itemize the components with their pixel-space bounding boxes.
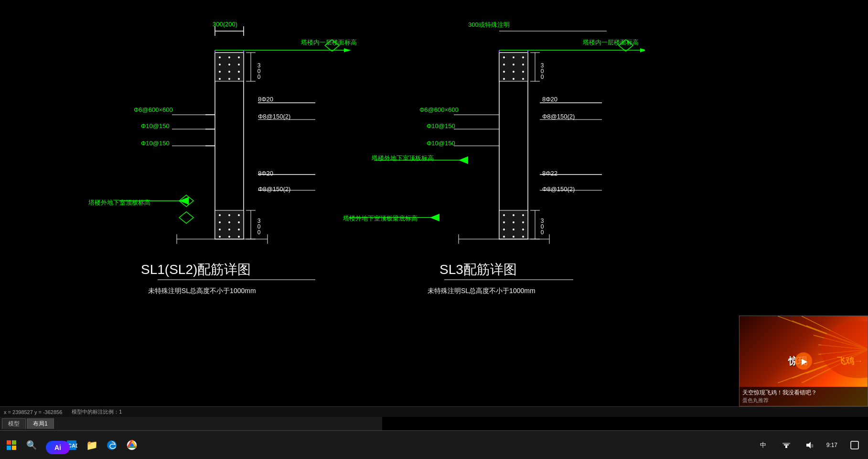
lang-text: 中 bbox=[760, 441, 766, 449]
video-info: 天空惊现飞鸡！我没看错吧？ 蛋色丸推荐 bbox=[739, 387, 868, 406]
svg-rect-132 bbox=[785, 446, 787, 448]
svg-point-65 bbox=[513, 71, 514, 73]
rebar4-left: Φ8@150(2) bbox=[258, 186, 290, 193]
volume-icon[interactable]: )) bbox=[801, 437, 818, 454]
svg-point-64 bbox=[503, 71, 505, 73]
dim-300-bot-right: 300 bbox=[539, 218, 546, 235]
rebar2-right: Φ8@150(2) bbox=[542, 113, 575, 120]
clock-time: 9:17 bbox=[826, 442, 837, 448]
search-button[interactable]: 🔍 bbox=[22, 436, 41, 455]
system-time[interactable]: 9:17 bbox=[823, 442, 841, 448]
svg-point-7 bbox=[219, 56, 221, 58]
dim-300-200: 300(200) bbox=[213, 21, 237, 28]
label-basement-top-right: 塔楼外地下室顶板标高 bbox=[372, 154, 434, 163]
taskbar-right: 中 )) 9:17 bbox=[754, 437, 864, 454]
svg-point-12 bbox=[238, 64, 240, 66]
svg-point-61 bbox=[503, 64, 505, 66]
svg-point-131 bbox=[130, 443, 134, 447]
svg-point-10 bbox=[219, 64, 221, 66]
play-button[interactable]: ▶ bbox=[795, 352, 812, 370]
label-basement-bot-right: 塔楼外地下室顶板梁底标高 bbox=[343, 214, 418, 223]
stirrup2-right: Φ10@150 bbox=[427, 122, 455, 130]
svg-point-8 bbox=[228, 56, 230, 58]
svg-point-13 bbox=[219, 71, 221, 73]
svg-point-81 bbox=[513, 236, 514, 238]
svg-point-27 bbox=[228, 229, 230, 230]
stirrup1-right: Φ6@600×600 bbox=[419, 106, 459, 113]
svg-point-9 bbox=[238, 56, 240, 58]
svg-point-62 bbox=[513, 64, 514, 66]
rebar1-right: 8Φ20 bbox=[542, 96, 557, 103]
video-title: 天空惊现飞鸡！我没看错吧？ bbox=[742, 389, 865, 397]
stirrup2-left: Φ10@150 bbox=[141, 122, 170, 130]
svg-point-82 bbox=[522, 236, 524, 238]
svg-marker-4 bbox=[344, 48, 351, 52]
svg-point-73 bbox=[522, 214, 524, 216]
svg-point-58 bbox=[503, 56, 505, 58]
svg-point-30 bbox=[228, 236, 230, 238]
video-subtitle: 蛋色丸推荐 bbox=[742, 397, 865, 404]
sl1-sl2-subtitle: 未特殊注明SL总高度不小于1000mm bbox=[148, 287, 256, 295]
svg-point-28 bbox=[238, 229, 240, 230]
svg-point-67 bbox=[503, 78, 505, 80]
label-floor-level-left: 塔楼内一层楼面标高 bbox=[301, 38, 357, 47]
svg-point-23 bbox=[219, 221, 221, 223]
search-icon: 🔍 bbox=[26, 440, 37, 450]
start-button[interactable] bbox=[2, 436, 21, 455]
edge-icon-svg bbox=[107, 440, 117, 450]
play-icon: ▶ bbox=[802, 357, 807, 366]
dim-300-top-right: 300 bbox=[539, 62, 546, 79]
tab-model[interactable]: 模型 bbox=[2, 418, 26, 429]
network-icon[interactable] bbox=[778, 437, 795, 454]
svg-point-77 bbox=[503, 229, 505, 230]
svg-point-21 bbox=[228, 214, 230, 216]
coordinates: x = 2398527 y = -362856 bbox=[4, 409, 62, 415]
taskbar: 🔍 ⧉ CAD 📁 bbox=[0, 430, 868, 459]
svg-point-68 bbox=[513, 78, 514, 80]
file-explorer-icon[interactable]: 📁 bbox=[83, 437, 100, 454]
rebar1-left: 8Φ20 bbox=[258, 96, 273, 103]
svg-point-76 bbox=[522, 221, 524, 223]
rebar3-left: 8Φ20 bbox=[258, 170, 273, 177]
video-panel[interactable]: 惊现 飞鸡→ ▶ 天空惊现飞鸡！我没看错吧？ 蛋色丸推荐 bbox=[739, 316, 868, 406]
svg-marker-55 bbox=[640, 48, 645, 52]
svg-point-20 bbox=[219, 214, 221, 216]
video-chicken-text: 飞鸡→ bbox=[837, 355, 863, 367]
svg-point-69 bbox=[522, 78, 524, 80]
video-decoration bbox=[739, 316, 868, 383]
svg-marker-110 bbox=[179, 212, 193, 223]
windows-logo bbox=[7, 440, 16, 450]
svg-point-74 bbox=[503, 221, 505, 223]
svg-rect-137 bbox=[851, 441, 858, 449]
label-basement-top-left: 塔楼外地下室顶板标高 bbox=[88, 198, 150, 207]
dim-300-top-left: 300 bbox=[256, 62, 262, 79]
chrome-browser-icon[interactable] bbox=[123, 437, 140, 454]
svg-point-18 bbox=[238, 78, 240, 80]
taskbar-left: 🔍 ⧉ CAD 📁 bbox=[0, 436, 141, 455]
svg-point-79 bbox=[522, 229, 524, 230]
svg-point-14 bbox=[228, 71, 230, 73]
ai-button[interactable]: Ai bbox=[46, 441, 70, 454]
svg-point-59 bbox=[513, 56, 514, 58]
svg-point-25 bbox=[238, 221, 240, 223]
svg-point-75 bbox=[513, 221, 514, 223]
svg-point-24 bbox=[228, 221, 230, 223]
scale-info: 模型中的标注比例：1 bbox=[72, 408, 122, 415]
folder-icon: 📁 bbox=[86, 439, 98, 451]
edge-browser-icon[interactable] bbox=[103, 437, 120, 454]
svg-point-63 bbox=[522, 64, 524, 66]
notification-icon[interactable] bbox=[846, 437, 863, 454]
svg-point-17 bbox=[228, 78, 230, 80]
svg-rect-134 bbox=[782, 443, 790, 444]
stirrup1-left: Φ6@600×600 bbox=[134, 106, 173, 113]
svg-point-26 bbox=[219, 229, 221, 230]
sl3-title: SL3配筋详图 bbox=[439, 261, 517, 279]
lang-indicator[interactable]: 中 bbox=[755, 437, 772, 454]
svg-text:)): )) bbox=[811, 444, 814, 448]
dim-300-spec: 300或特殊注明 bbox=[468, 21, 510, 29]
svg-point-72 bbox=[513, 214, 514, 216]
tab-layout1[interactable]: 布局1 bbox=[27, 418, 54, 429]
svg-point-29 bbox=[219, 236, 221, 238]
rebar4-right: Φ8@150(2) bbox=[542, 186, 575, 193]
tab-bar: 模型 布局1 bbox=[0, 417, 382, 430]
